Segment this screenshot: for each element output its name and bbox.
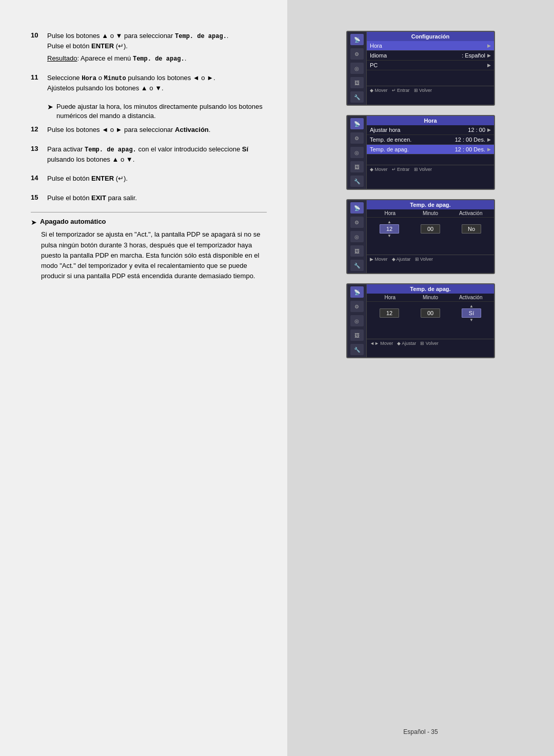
tv-screen-hora: 📡 ⚙ ◎ 🖼 🔧 Hora Ajustar hora 12 : 00 ▶ Te… (346, 115, 495, 190)
step-number: 12 (31, 125, 47, 137)
sidebar-icon-image-2: 🖼 (350, 161, 364, 172)
sidebar-icon-circle-2: ◎ (350, 147, 364, 158)
sidebar-icon-tool-2: 🔧 (350, 176, 364, 187)
apagado-body: Si el temporizador se ajusta en "Act.", … (41, 229, 267, 281)
menu-label-ajustar-hora: Ajustar hora (370, 127, 468, 133)
minuto-box-wrap-1: ▲ 00 ▼ (411, 220, 450, 238)
footer-text: Español - 35 (403, 728, 438, 735)
activacion-arrow-up-2: ▲ (469, 304, 473, 308)
step-content: Para activar Temp. de apag. con el valor… (47, 144, 267, 167)
menu-arrow-idioma: ▶ (487, 53, 491, 58)
sidebar-icon-tool-3: 🔧 (350, 260, 364, 271)
tv-main-hora: Hora Ajustar hora 12 : 00 ▶ Temp. de enc… (367, 116, 494, 189)
activacion-box-2: Sí (462, 308, 481, 318)
note-11: ➤ Puede ajustar la hora, los minutos dir… (47, 102, 267, 121)
menu-value-ajustar-hora: 12 : 00 (468, 127, 485, 133)
menu-label-temp-apag: Temp. de apag. (370, 146, 455, 152)
menu-label-idioma: Idioma (370, 52, 462, 59)
sidebar-icon-tool: 🔧 (350, 91, 364, 103)
step-14: 14 Pulse el botón ENTER (↵). (31, 173, 267, 186)
sidebar-icon-antenna: 📡 (350, 34, 364, 45)
step-10: 10 Pulse los botones ▲ o ▼ para seleccio… (31, 31, 267, 66)
minuto-box-wrap-2: ▲ 00 ▼ (411, 304, 450, 322)
footer-mover-3: ▶ Mover (370, 257, 388, 262)
footer-ajustar-4: ◆ Ajustar (397, 341, 416, 346)
sidebar-icon-antenna-4: 📡 (350, 286, 364, 298)
timer-boxes-row-2: ▲ 12 ▼ ▲ 00 ▼ ▲ Sí ▼ (367, 302, 494, 324)
hora-arrow-up-1: ▲ (387, 220, 391, 224)
step-content: Pulse el botón EXIT para salir. (47, 193, 267, 205)
footer-entrar: ↵ Entrar (392, 88, 410, 93)
menu-arrow-pc: ▶ (487, 63, 491, 68)
menu-item-temp-apag: Temp. de apag. 12 : 00 Des. ▶ (367, 145, 494, 154)
tv-sidebar-2: 📡 ⚙ ◎ 🖼 🔧 (347, 116, 367, 189)
menu-item-pc: PC ▶ (367, 61, 494, 70)
col-activacion-2: Activación (450, 295, 491, 300)
minuto-box-1: 00 (421, 224, 440, 234)
sidebar-icon-settings-2: ⚙ (350, 132, 364, 144)
menu-item-temp-encen: Temp. de encen. 12 : 00 Des. ▶ (367, 135, 494, 145)
sidebar-icon-settings: ⚙ (350, 48, 364, 60)
step-content: Pulse los botones ▲ o ▼ para seleccionar… (47, 31, 267, 66)
footer-mover-4: ◄► Mover (370, 341, 393, 346)
menu-item-hora: Hora ▶ (367, 41, 494, 51)
step-15: 15 Pulse el botón EXIT para salir. (31, 193, 267, 205)
activacion-box-wrap-2: ▲ Sí ▼ (452, 304, 491, 322)
minuto-box-2: 00 (421, 308, 440, 318)
sidebar-icon-circle-3: ◎ (350, 231, 364, 242)
footer-entrar-2: ↵ Entrar (392, 167, 410, 172)
menu-item-idioma: Idioma : Español ▶ (367, 51, 494, 61)
sidebar-icon-image: 🖼 (350, 77, 364, 88)
menu-value-idioma: : Español (462, 52, 485, 59)
tv-footer-1: ◆ Mover ↵ Entrar ⊞ Volver (367, 86, 494, 94)
left-panel: 10 Pulse los botones ▲ o ▼ para seleccio… (0, 0, 287, 756)
col-hora-1: Hora (370, 210, 410, 216)
tv-screen4-header: Temp. de apag. (367, 284, 494, 294)
footer-mover-2: ◆ Mover (370, 167, 388, 172)
tv-footer-4: ◄► Mover ◆ Ajustar ⊞ Volver (367, 339, 494, 347)
menu-item-ajustar-hora: Ajustar hora 12 : 00 ▶ (367, 125, 494, 135)
sidebar-icon-circle-4: ◎ (350, 315, 364, 326)
hora-arrow-down-1: ▼ (387, 234, 391, 238)
tv-main-configuracion: Configuración Hora ▶ Idioma : Español ▶ … (367, 32, 494, 105)
hora-box-wrap-2: ▲ 12 ▼ (370, 304, 409, 322)
footer-ajustar-3: ◆ Ajustar (392, 257, 411, 262)
sidebar-icon-circle: ◎ (350, 63, 364, 74)
col-hora-2: Hora (370, 295, 410, 300)
footer-mover: ◆ Mover (370, 88, 388, 93)
apagado-title: ➤ Apagado automático (31, 218, 267, 226)
step-12: 12 Pulse los botones ◄ o ► para seleccio… (31, 125, 267, 137)
menu-arrow-temp-encen: ▶ (487, 137, 491, 142)
timer-col-headers-1: Hora Minuto Activación (367, 209, 494, 218)
sidebar-icon-settings-3: ⚙ (350, 217, 364, 228)
menu-label-temp-encen: Temp. de encen. (370, 137, 455, 143)
col-minuto-2: Minuto (410, 295, 451, 300)
step-number: 10 (31, 31, 47, 66)
apagado-section: ➤ Apagado automático Si el temporizador … (31, 218, 267, 281)
tv-screen-temp-apag-1: 📡 ⚙ ◎ 🖼 🔧 Temp. de apag. Hora Minuto Act… (346, 199, 495, 274)
tv-main-temp-apag-1: Temp. de apag. Hora Minuto Activación ▲ … (367, 200, 494, 273)
right-panel: 📡 ⚙ ◎ 🖼 🔧 Configuración Hora ▶ Idioma : … (287, 0, 554, 756)
footer-volver-4: ⊞ Volver (420, 341, 439, 346)
tv-footer-3: ▶ Mover ◆ Ajustar ⊞ Volver (367, 255, 494, 263)
apagado-heading: Apagado automático (40, 218, 106, 225)
timer-boxes-row-1: ▲ 12 ▼ ▲ 00 ▼ ▲ No ▼ (367, 218, 494, 240)
tv-screen-configuracion: 📡 ⚙ ◎ 🖼 🔧 Configuración Hora ▶ Idioma : … (346, 31, 495, 106)
sidebar-icon-image-4: 🖼 (350, 329, 364, 341)
tv-screen-temp-apag-2: 📡 ⚙ ◎ 🖼 🔧 Temp. de apag. Hora Minuto Act… (346, 283, 495, 358)
step-number: 11 (31, 73, 47, 95)
menu-label-hora: Hora (370, 43, 487, 49)
menu-value-temp-encen: 12 : 00 Des. (455, 137, 485, 143)
hora-box-wrap-1: ▲ 12 ▼ (370, 220, 409, 238)
step-13: 13 Para activar Temp. de apag. con el va… (31, 144, 267, 167)
step-content: Seleccione Hora o Minuto pulsando los bo… (47, 73, 267, 95)
step-number: 15 (31, 193, 47, 205)
col-minuto-1: Minuto (410, 210, 451, 216)
sidebar-icon-antenna-3: 📡 (350, 202, 364, 214)
tv-screen3-header: Temp. de apag. (367, 200, 494, 209)
footer-volver: ⊞ Volver (414, 88, 432, 93)
page-footer: Español - 35 (403, 718, 438, 735)
tv-main-temp-apag-2: Temp. de apag. Hora Minuto Activación ▲ … (367, 284, 494, 357)
activacion-box-1: No (462, 224, 481, 234)
tv-sidebar-4: 📡 ⚙ ◎ 🖼 🔧 (347, 284, 367, 357)
